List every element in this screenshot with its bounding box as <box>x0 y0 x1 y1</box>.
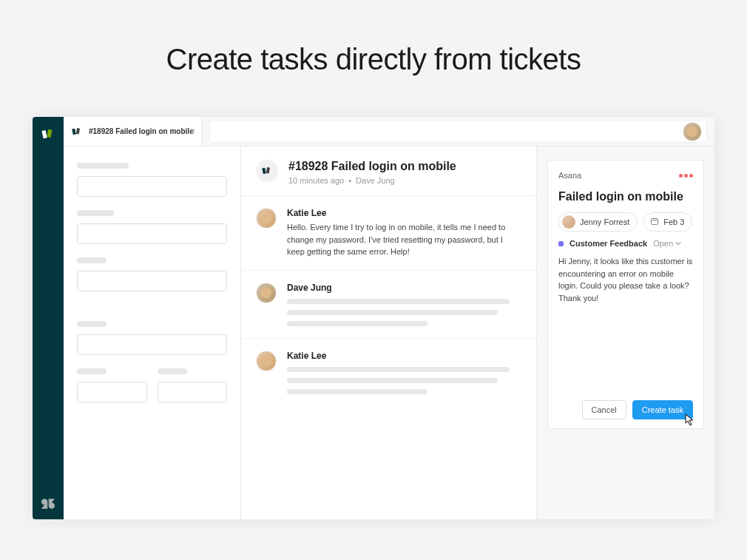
message-text: Hello. Every time I try to log in on mob… <box>287 221 521 258</box>
ticket-icon <box>71 126 83 138</box>
field-input[interactable] <box>77 271 227 291</box>
avatar[interactable] <box>683 122 702 141</box>
page-heading: Create tasks directly from tickets <box>0 0 747 76</box>
message: Dave Jung <box>241 271 536 339</box>
svg-point-3 <box>41 499 47 505</box>
app-logo-icon <box>41 127 55 141</box>
apps-panel: Asana Failed login on mobile Jenny Forre… <box>537 146 714 519</box>
app-window: #18928 Failed login on mobile × <box>33 117 714 519</box>
cursor-icon <box>684 414 696 430</box>
calendar-icon <box>650 217 659 227</box>
text-placeholder <box>287 389 427 394</box>
cancel-button[interactable]: Cancel <box>582 400 626 419</box>
assignee-name: Jenny Forrest <box>580 217 629 226</box>
ticket-subtitle: 10 minutes ago•Dave Jung <box>288 176 456 185</box>
field-input[interactable] <box>77 382 147 402</box>
message-author: Katie Lee <box>287 351 521 361</box>
search-bar[interactable] <box>209 120 707 143</box>
text-placeholder <box>287 367 510 372</box>
field-label <box>77 210 114 216</box>
field-label <box>77 163 129 169</box>
topbar: #18928 Failed login on mobile × <box>64 117 714 146</box>
ticket-type-icon <box>256 160 278 182</box>
svg-rect-0 <box>41 130 47 138</box>
due-date-pill[interactable]: Feb 3 <box>643 212 692 232</box>
asana-card: Asana Failed login on mobile Jenny Forre… <box>547 160 704 429</box>
zendesk-logo-icon <box>41 499 55 509</box>
avatar <box>562 215 575 229</box>
svg-rect-8 <box>652 219 658 225</box>
field-label <box>77 321 107 327</box>
project-color-dot <box>558 241 564 246</box>
project-name: Customer Feedback <box>569 239 647 248</box>
asana-brand-label: Asana <box>558 171 581 180</box>
status-dropdown[interactable]: Open <box>653 239 681 248</box>
svg-point-2 <box>49 503 55 509</box>
svg-rect-5 <box>76 128 80 135</box>
field-input[interactable] <box>77 176 227 197</box>
svg-rect-1 <box>47 129 52 138</box>
field-label <box>77 257 107 263</box>
svg-rect-6 <box>262 168 266 175</box>
text-placeholder <box>287 310 498 315</box>
field-input[interactable] <box>158 382 228 402</box>
message: Katie Lee Hello. Every time I try to log… <box>241 196 536 271</box>
button-row: Cancel Create task <box>558 400 693 419</box>
task-meta-row: Jenny Forrest Feb 3 <box>558 212 693 232</box>
message-thread: Katie Lee Hello. Every time I try to log… <box>241 196 536 406</box>
avatar <box>256 283 277 303</box>
asana-card-header: Asana <box>558 171 693 180</box>
avatar <box>256 351 277 371</box>
svg-rect-7 <box>266 167 270 174</box>
field-label <box>158 368 187 374</box>
due-date: Feb 3 <box>663 217 684 226</box>
left-rail <box>33 117 64 519</box>
message-author: Dave Jung <box>287 283 521 293</box>
ticket-header: #18928 Failed login on mobile 10 minutes… <box>241 146 536 196</box>
task-title: Failed login on mobile <box>558 190 693 203</box>
svg-rect-4 <box>72 128 76 135</box>
assignee-pill[interactable]: Jenny Forrest <box>558 212 638 232</box>
message: Katie Lee <box>241 339 536 406</box>
tab-title: #18928 Failed login on mobile <box>89 127 194 136</box>
task-description: Hi Jenny, it looks like this customer is… <box>558 255 693 304</box>
message-author: Katie Lee <box>287 208 521 218</box>
ticket-tab[interactable]: #18928 Failed login on mobile × <box>64 117 202 146</box>
ticket-properties-panel <box>64 146 241 519</box>
conversation-panel: #18928 Failed login on mobile 10 minutes… <box>241 146 537 519</box>
text-placeholder <box>287 299 510 304</box>
project-row[interactable]: Customer Feedback Open <box>558 239 693 248</box>
ticket-timestamp: 10 minutes ago <box>288 176 344 185</box>
field-input[interactable] <box>77 334 227 355</box>
content-row: #18928 Failed login on mobile 10 minutes… <box>64 146 714 519</box>
field-input[interactable] <box>77 223 227 244</box>
main-area: #18928 Failed login on mobile × <box>64 117 714 519</box>
avatar <box>256 208 277 229</box>
ticket-author: Dave Jung <box>356 176 395 185</box>
asana-logo-icon <box>679 174 693 178</box>
text-placeholder <box>287 321 427 326</box>
chevron-down-icon <box>675 240 681 246</box>
close-icon[interactable]: × <box>190 126 195 136</box>
text-placeholder <box>287 378 498 383</box>
ticket-title: #18928 Failed login on mobile <box>288 160 456 173</box>
field-label <box>77 368 107 374</box>
